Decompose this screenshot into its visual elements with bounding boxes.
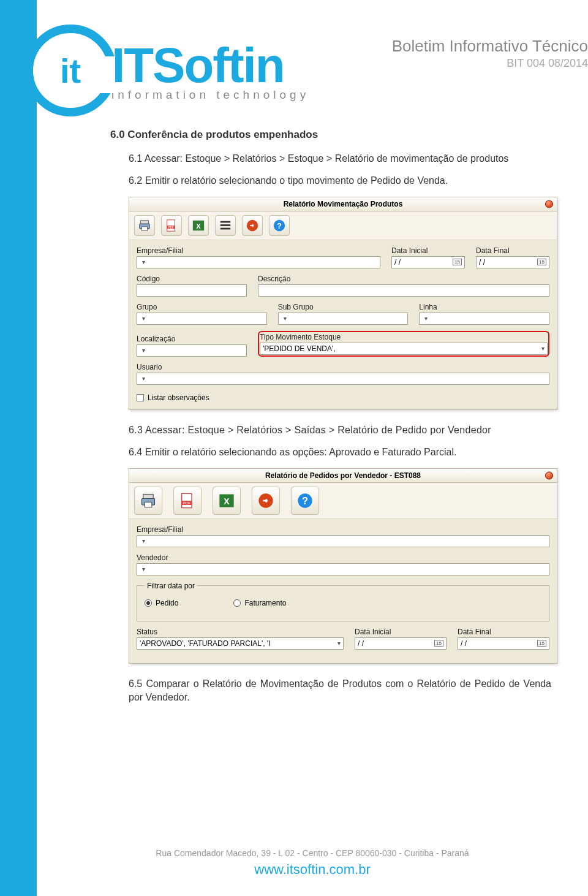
footer-address: Rua Comendador Macedo, 39 - L 02 - Centr… <box>37 848 588 858</box>
pdf-icon[interactable]: PDF <box>173 487 202 515</box>
input-data-final[interactable]: / / <box>476 256 549 268</box>
logo-wordmark: ITSoftin <box>111 41 309 90</box>
svg-rect-8 <box>221 221 231 222</box>
step-6-3: 6.3 Acessar: Estoque > Relatórios > Saíd… <box>129 423 551 437</box>
radio-icon <box>145 599 152 607</box>
list-icon[interactable] <box>215 215 236 236</box>
window-pedidos-por-vendedor: Relatório de Pedidos por Vendedor - EST0… <box>129 468 557 664</box>
label-subgrupo: Sub Grupo <box>278 303 409 311</box>
input-status[interactable]: 'APROVADO', 'FATURADO PARCIAL', 'I <box>137 637 344 650</box>
svg-text:PDF: PDF <box>183 501 190 504</box>
value-tipo-movimento: 'PEDIDO DE VENDA', <box>263 344 336 353</box>
group-filtrar-data: Filtrar data por Pedido Faturamento <box>137 582 549 621</box>
input-data-inicial2[interactable]: / / <box>355 637 447 650</box>
input-data-inicial[interactable]: / / <box>391 256 465 268</box>
label-codigo: Código <box>137 275 247 283</box>
radio-icon <box>233 599 241 607</box>
page-side-accent <box>0 0 37 896</box>
svg-rect-9 <box>221 224 231 226</box>
step-6-1: 6.1 Acessar: Estoque > Relatórios > Esto… <box>129 152 551 165</box>
window-relatorio-movimentacao: Relatório Movimentação Produtos PDF X <box>129 197 557 410</box>
footer-url: www.itsoftin.com.br <box>37 862 588 878</box>
checkbox-listar-obs[interactable]: Listar observações <box>137 391 549 402</box>
excel-icon[interactable]: X <box>188 215 209 236</box>
svg-rect-14 <box>143 494 153 498</box>
value-data-final: / / <box>479 258 485 267</box>
label-pedido: Pedido <box>156 599 178 607</box>
logo-inner-text: it <box>60 51 81 91</box>
label-faturamento: Faturamento <box>244 599 286 607</box>
radio-faturamento[interactable]: Faturamento <box>233 599 286 607</box>
label-grupo: Grupo <box>137 303 267 311</box>
help-icon[interactable]: ? <box>269 215 290 236</box>
label-vendedor: Vendedor <box>137 553 549 562</box>
help-icon[interactable]: ? <box>291 487 319 515</box>
svg-rect-2 <box>141 227 147 230</box>
input-subgrupo[interactable] <box>278 313 409 325</box>
label-usuario: Usuario <box>137 363 549 371</box>
svg-rect-10 <box>221 227 231 229</box>
arrow-icon[interactable] <box>252 487 280 515</box>
input-codigo[interactable] <box>137 284 247 297</box>
label-data-inicial: Data Inicial <box>391 246 465 255</box>
svg-text:?: ? <box>302 495 308 506</box>
input-tipo-movimento[interactable]: 'PEDIDO DE VENDA', <box>260 343 548 355</box>
value-data-inicial2: / / <box>358 639 364 648</box>
close-icon[interactable] <box>545 200 553 208</box>
printer-icon[interactable] <box>134 487 162 515</box>
value-data-inicial: / / <box>394 258 401 267</box>
value-status: 'APROVADO', 'FATURADO PARCIAL', 'I <box>140 639 271 648</box>
input-empresa2[interactable] <box>137 535 549 547</box>
svg-rect-16 <box>145 502 152 507</box>
input-descricao[interactable] <box>258 284 549 297</box>
window2-titlebar: Relatório de Pedidos por Vendedor - EST0… <box>129 469 557 483</box>
excel-icon[interactable]: X <box>213 487 241 515</box>
document-title: Boletim Informativo Técnico <box>392 37 588 56</box>
label-linha: Linha <box>419 303 549 311</box>
window1-title: Relatório Movimentação Produtos <box>284 200 403 208</box>
close-icon[interactable] <box>545 471 553 479</box>
svg-text:X: X <box>224 496 230 506</box>
arrow-icon[interactable] <box>242 215 263 236</box>
radio-pedido[interactable]: Pedido <box>145 599 178 607</box>
window1-toolbar: PDF X ? <box>129 211 557 240</box>
value-data-final2: / / <box>461 639 467 648</box>
page-footer: Rua Comendador Macedo, 39 - L 02 - Centr… <box>37 848 588 878</box>
label-listar-obs: Listar observações <box>148 393 209 402</box>
input-vendedor[interactable] <box>137 563 549 575</box>
input-data-final2[interactable]: / / <box>458 637 549 650</box>
step-6-4: 6.4 Emitir o relatório selecionando as o… <box>129 446 551 459</box>
input-empresa[interactable] <box>137 256 380 268</box>
pdf-icon[interactable]: PDF <box>161 215 182 236</box>
logo-circle: it <box>24 25 116 116</box>
label-data-final: Data Final <box>476 246 549 255</box>
svg-text:X: X <box>196 222 201 229</box>
svg-text:?: ? <box>277 221 282 230</box>
label-descricao: Descrição <box>258 275 549 283</box>
label-empresa2: Empresa/Filial <box>137 525 549 534</box>
label-data-inicial2: Data Inicial <box>355 628 447 636</box>
window2-title: Relatório de Pedidos por Vendedor - EST0… <box>265 471 421 480</box>
label-data-final2: Data Final <box>458 628 549 636</box>
input-usuario[interactable] <box>137 373 549 385</box>
document-title-block: Boletim Informativo Técnico BIT 004 08/2… <box>392 37 588 70</box>
logo: it ITSoftin information technology <box>24 25 309 116</box>
input-localizacao[interactable] <box>137 344 247 357</box>
input-grupo[interactable] <box>137 313 267 325</box>
label-filtrar: Filtrar data por <box>145 582 197 590</box>
document-code: BIT 004 08/2014 <box>392 57 588 70</box>
label-tipo-movimento: Tipo Movimento Estoque <box>260 333 548 341</box>
label-empresa: Empresa/Filial <box>137 246 380 255</box>
page-header: it ITSoftin information technology Bolet… <box>37 18 588 123</box>
window2-toolbar: PDF X ? <box>129 483 557 519</box>
window1-titlebar: Relatório Movimentação Produtos <box>129 197 557 211</box>
step-6-5: 6.5 Comparar o Relatório de Movimentação… <box>129 677 551 705</box>
section-title: 6.0 Conferência de produtos empenhados <box>110 129 551 141</box>
svg-text:PDF: PDF <box>168 226 173 229</box>
checkbox-icon <box>137 394 144 401</box>
input-linha[interactable] <box>419 313 549 325</box>
label-localizacao: Localização <box>137 335 247 343</box>
printer-icon[interactable] <box>134 215 155 236</box>
svg-rect-0 <box>141 221 149 224</box>
logo-tagline: information technology <box>111 89 309 101</box>
